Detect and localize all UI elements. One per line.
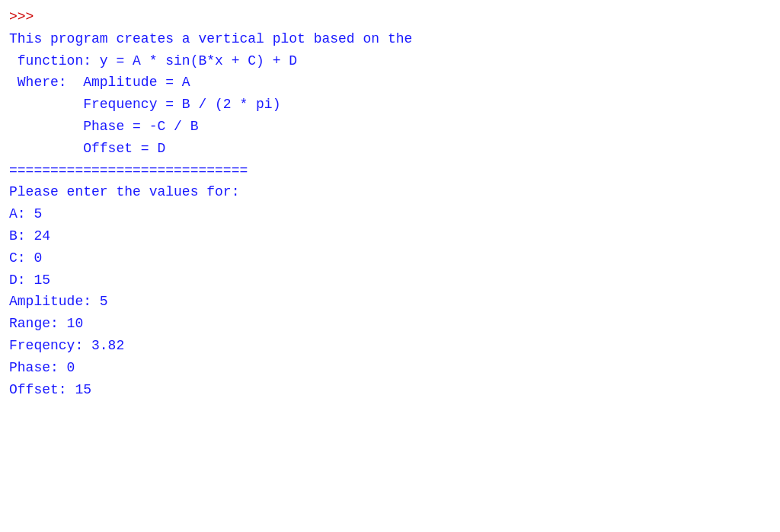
a-value-line: A: 5 (9, 203, 771, 225)
b-value-line: B: 24 (9, 225, 771, 247)
line-1: This program creates a vertical plot bas… (9, 28, 771, 50)
line-2: function: y = A * sin(B*x + C) + D (9, 50, 771, 72)
divider-line: ============================= (9, 160, 771, 182)
phase-line: Phase: 0 (9, 357, 771, 379)
d-value-line: D: 15 (9, 269, 771, 291)
line-5: Phase = -C / B (9, 116, 771, 138)
offset-line: Offset: 15 (9, 379, 771, 401)
line-4: Frequency = B / (2 * pi) (9, 94, 771, 116)
c-value-line: C: 0 (9, 247, 771, 269)
please-enter-line: Please enter the values for: (9, 181, 771, 203)
line-3: Where: Amplitude = A (9, 72, 771, 94)
amplitude-line: Amplitude: 5 (9, 291, 771, 313)
prompt-line: >>> (9, 6, 771, 28)
range-line: Range: 10 (9, 313, 771, 335)
terminal-window: >>> This program creates a vertical plot… (0, 0, 780, 532)
line-6: Offset = D (9, 138, 771, 160)
frequency-line: Freqency: 3.82 (9, 335, 771, 357)
